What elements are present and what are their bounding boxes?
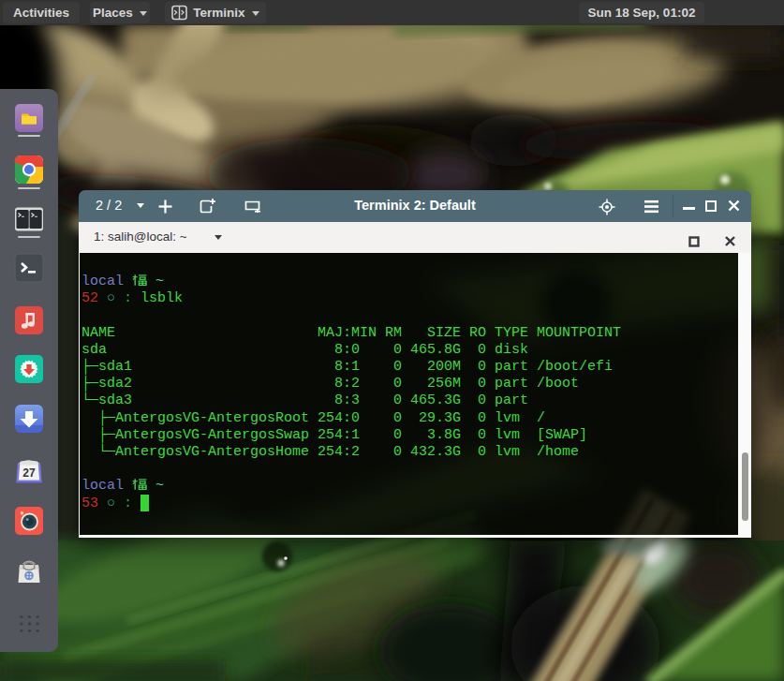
svg-text:27: 27: [22, 466, 36, 480]
